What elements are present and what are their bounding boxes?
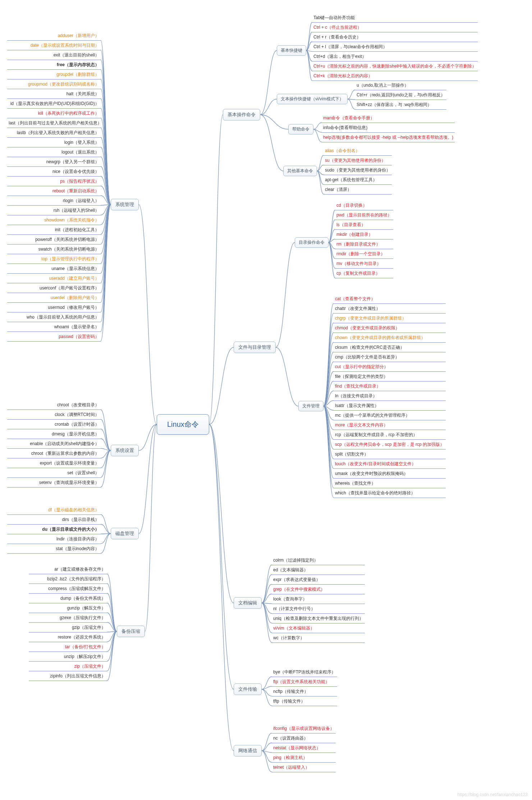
leaf-item[interactable]: Tab键—自动补齐功能 [312, 14, 478, 23]
leaf-item[interactable]: Ctrl + l（清屏，与clear命令作用相同） [312, 43, 478, 52]
leaf-item[interactable]: grep（在文件中搜索模式） [272, 585, 365, 594]
leaf-item[interactable]: gzexe（压缩执行文件） [29, 614, 107, 623]
leaf-item[interactable]: setenv（查询或显示环境变量） [7, 479, 101, 488]
leaf-item[interactable]: file（探测给定文件的类型） [334, 372, 446, 381]
leaf-item[interactable]: ps（报告程序状况） [7, 177, 101, 186]
leaf-item[interactable]: uname（显示系统信息） [7, 265, 101, 274]
leaf-item[interactable]: rmdir（删除一个空目录） [335, 250, 393, 259]
leaf-item[interactable]: look（查询单字） [272, 595, 365, 604]
branch-sysset[interactable]: 系统设置 [111, 445, 139, 456]
leaf-item[interactable]: clear（清屏） [324, 186, 392, 195]
leaf-item[interactable]: lndir（连接目录内容） [7, 535, 101, 544]
leaf-item[interactable]: chown（变更文件或目录的拥有者或所属群组） [334, 334, 446, 343]
leaf-item[interactable]: last（列出目前与过去登入系统的用户相关信息） [7, 119, 101, 128]
leaf-item[interactable]: ping（检测主机） [272, 754, 336, 763]
leaf-item[interactable]: ed（文本编辑器） [272, 566, 365, 575]
leaf-item[interactable]: compress（压缩或解压文件） [29, 585, 107, 594]
leaf-item[interactable]: which（查找并显示给定命令的绝对路径） [334, 489, 446, 498]
leaf-item[interactable]: top（显示管理执行中的程序） [7, 255, 101, 264]
leaf-item[interactable]: Ctrl+k（清除光标之后的内容） [312, 72, 478, 81]
leaf-item[interactable]: init（进程初始化工具） [7, 226, 101, 235]
leaf-item[interactable]: enable（启动或关闭shell内建指令） [7, 440, 101, 449]
leaf-item[interactable]: date（显示或设置系统时间与日期） [7, 41, 101, 50]
branch-sysmgmt[interactable]: 系统管理 [111, 199, 139, 210]
leaf-item[interactable]: rsh（远端登入的Shell） [7, 206, 101, 215]
leaf-item[interactable]: pwd（显示目前所在的路径） [335, 211, 393, 220]
leaf-item[interactable]: Shift+zz（保存退出，与 :wq作用相同） [355, 101, 446, 110]
leaf-item[interactable]: kill（杀死执行中的程序或工作） [7, 109, 101, 118]
sub-shortcut[interactable]: 基本快捷键 [277, 45, 306, 56]
leaf-item[interactable]: mv（移动文件与目录） [335, 260, 393, 269]
leaf-item[interactable]: id（显示真实有效的用户ID(UID)和组ID(GID)） [7, 100, 101, 109]
leaf-item[interactable]: tftp（传输文件） [272, 697, 337, 706]
leaf-item[interactable]: uniq（检查及删除文本文件中重复出现的行列） [272, 614, 365, 623]
leaf-item[interactable]: chroot（重新运算求出参数的内容） [7, 449, 101, 458]
branch-backup[interactable]: 备份压缩 [117, 626, 145, 637]
leaf-item[interactable]: more（显示文本文件内容） [334, 421, 446, 430]
leaf-item[interactable]: cp（复制文件或目录） [335, 269, 393, 278]
leaf-item[interactable]: wc（计算数字） [272, 634, 365, 643]
leaf-item[interactable]: dmesg（显示开机信息） [7, 430, 101, 439]
leaf-item[interactable]: userconf（用户账号设置程序） [7, 284, 101, 293]
leaf-item[interactable]: su（变更为其他使用者的身份） [324, 156, 392, 165]
leaf-item[interactable]: Ctrl+u（清除光标之前的内容，快速删除shell中输入错误的命令，不必逐个字… [312, 62, 478, 71]
leaf-item[interactable]: alias（命令别名） [324, 147, 392, 156]
leaf-item[interactable]: Ctrl + c（停止当前进程） [312, 23, 478, 32]
leaf-item[interactable]: usermod（修改用户账号） [7, 303, 101, 312]
leaf-item[interactable]: whereis（查找文件） [334, 479, 446, 488]
leaf-item[interactable]: adduser（新增用户） [7, 32, 101, 41]
leaf-item[interactable]: groupmod（更改群组识别码或名称） [7, 80, 101, 89]
leaf-item[interactable]: nice（设置命令优先级） [7, 168, 101, 177]
leaf-item[interactable]: zipinfo（列出压缩文件信息） [29, 672, 107, 681]
sub-help[interactable]: 帮助命令 [288, 124, 313, 134]
branch-disk[interactable]: 磁盘管理 [111, 528, 139, 539]
leaf-item[interactable]: touch（改变文件/目录时间或创建空文件） [334, 460, 446, 469]
leaf-item[interactable]: gzip（压缩文件） [29, 623, 107, 632]
leaf-item[interactable]: df（显示磁盘的相关信息） [7, 506, 101, 515]
leaf-item[interactable]: free（显示内存状态） [7, 61, 101, 70]
leaf-item[interactable]: restore（还原文件系统） [29, 633, 107, 642]
leaf-item[interactable]: cksum（检查文件的CRC是否正确） [334, 343, 446, 352]
leaf-item[interactable]: umask（改变文件时预设的权限掩码） [334, 470, 446, 479]
leaf-item[interactable]: gunzip（解压文件） [29, 604, 107, 613]
leaf-item[interactable]: cat（查看整个文件） [334, 295, 446, 304]
leaf-item[interactable]: swatch（关闭系统并切断电源） [7, 245, 101, 254]
leaf-item[interactable]: clock（调整RTC时间） [7, 411, 101, 420]
leaf-item[interactable]: set（设置shell） [7, 469, 101, 478]
leaf-item[interactable]: nl（计算文件中行号） [272, 605, 365, 614]
leaf-item[interactable]: chattr（改变文件属性） [334, 305, 446, 314]
leaf-item[interactable]: chroot（改变根目录） [7, 401, 101, 410]
leaf-item[interactable]: dump（备份文件系统） [29, 594, 107, 603]
leaf-item[interactable]: lastb（列出登入系统失败的用户相关信息） [7, 129, 101, 138]
leaf-item[interactable]: cut（显示行中的指定部分） [334, 363, 446, 372]
leaf-item[interactable]: apt-get（系统包管理工具） [324, 176, 392, 185]
leaf-item[interactable]: ar（建立或修改备存文件） [29, 565, 107, 574]
leaf-item[interactable]: dirs（显示目录栈） [7, 516, 101, 525]
leaf-item[interactable]: chmod（变更文件或目录的权限） [334, 324, 446, 333]
leaf-item[interactable]: chgrp（变更文件或目录的所属群组） [334, 314, 446, 323]
sub-dirop[interactable]: 目录操作命令 [295, 237, 329, 248]
leaf-item[interactable]: reboot（重新启动系统） [7, 187, 101, 196]
leaf-item[interactable]: poweroff（关闭系统并切断电源） [7, 236, 101, 244]
sub-filemgmt[interactable]: 文件管理 [298, 401, 324, 411]
leaf-item[interactable]: newgrp（登入另一个群组） [7, 158, 101, 167]
leaf-item[interactable]: ln（连接文件或目录） [334, 392, 446, 401]
leaf-item[interactable]: showdown（系统关机指令） [7, 216, 101, 225]
leaf-item[interactable]: export（设置或显示环境变量） [7, 459, 101, 468]
leaf-item[interactable]: colrm（过滤掉指定列） [272, 556, 365, 565]
leaf-item[interactable]: cd（目录切换） [335, 201, 393, 210]
leaf-item[interactable]: Ctrl+r（redo,返回到undo之前，与u作用相反） [355, 91, 446, 100]
leaf-item[interactable]: scp（远程文件拷贝命令，scp 是加密，是 rcp 的加强版） [334, 440, 446, 449]
leaf-item[interactable]: halt（关闭系统） [7, 90, 101, 99]
leaf-item[interactable]: groupdel（删除群组） [7, 70, 101, 79]
leaf-item[interactable]: crontab（设置计时器） [7, 420, 101, 429]
leaf-item[interactable]: ifconfig（显示或设置网络设备） [272, 724, 336, 733]
sub-otherbasic[interactable]: 其他基本命令 [283, 166, 317, 176]
leaf-item[interactable]: tar（备份/打包文件） [29, 643, 107, 652]
branch-filetrans[interactable]: 文件传输 [234, 684, 262, 695]
leaf-item[interactable]: u（undo,取消上一部操作） [355, 81, 446, 90]
leaf-item[interactable]: help选项(多数命令都可以接受 -help 或 --help选项来查看帮助选项… [322, 133, 455, 142]
leaf-item[interactable]: ls（目录查看） [335, 221, 393, 230]
leaf-item[interactable]: man命令（查看命令手册） [322, 114, 455, 123]
leaf-item[interactable]: unzip（解压zip文件） [29, 653, 107, 662]
